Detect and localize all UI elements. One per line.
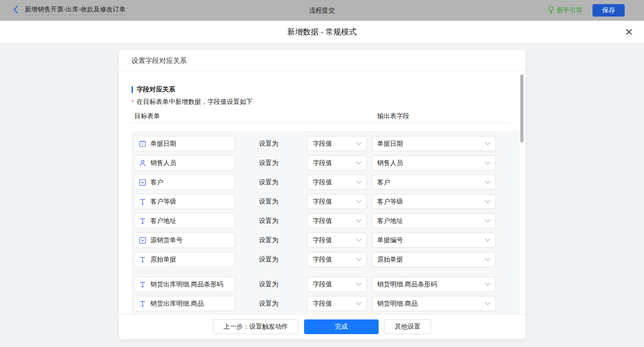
target-field-box[interactable]: 源销货单号: [134, 233, 235, 248]
method-dropdown[interactable]: 字段值: [307, 233, 367, 248]
output-field-value: 客户: [377, 178, 390, 187]
method-dropdown[interactable]: 字段值: [307, 277, 367, 292]
output-field-dropdown[interactable]: 销货明细.商品条形码: [372, 277, 496, 292]
chevron-left-icon: [13, 6, 18, 15]
target-field-label: 原始单据: [150, 256, 176, 264]
prev-step-button[interactable]: 上一步：设置触发动作: [213, 319, 299, 334]
chevron-down-icon: [356, 161, 362, 165]
output-field-value: 客户等级: [377, 198, 403, 206]
field-mapping-row: 销货出库明细.商品条形码 设置为 字段值 销货明细.商品条形码: [131, 277, 520, 292]
user-icon: [139, 159, 146, 167]
chevron-down-icon: [356, 239, 362, 242]
target-field-box[interactable]: 销售人员: [134, 155, 235, 171]
output-field-value: 销售人员: [377, 159, 403, 167]
target-field-label: 源销货单号: [150, 236, 183, 245]
required-note: *在目标表单中新增数据，字段值设置如下: [132, 98, 253, 106]
output-field-value: 客户地址: [377, 217, 403, 225]
method-dropdown[interactable]: 字段值: [307, 213, 367, 228]
chevron-down-icon: [485, 283, 490, 286]
required-asterisk: *: [132, 98, 134, 105]
flow-title[interactable]: 新增销售开票-出库-收款及修改订单: [25, 6, 126, 15]
output-field-dropdown[interactable]: 客户地址: [372, 213, 496, 228]
method-value: 字段值: [313, 140, 332, 148]
method-value: 字段值: [313, 178, 332, 187]
chevron-down-icon: [485, 181, 490, 184]
chevron-down-icon: [356, 181, 362, 184]
output-field-dropdown[interactable]: 单据日期: [372, 136, 496, 151]
field-mapping-row: 客户 设置为 字段值 客户: [131, 175, 520, 190]
text-icon: [139, 198, 146, 205]
save-button[interactable]: 保存: [592, 4, 625, 17]
scrollbar-thumb[interactable]: [520, 74, 523, 142]
app-root: 新增销售开票-出库-收款及修改订单 流程提交 新手引导 保存 新增数据 - 常规…: [0, 0, 644, 347]
chevron-down-icon: [356, 283, 362, 286]
output-field-value: 销货明细.商品条形码: [377, 280, 437, 289]
back-button[interactable]: [13, 6, 18, 15]
method-value: 字段值: [313, 256, 332, 264]
text-icon: [139, 300, 146, 307]
target-field-box[interactable]: 客户地址: [134, 213, 235, 228]
done-button[interactable]: 完成: [304, 319, 379, 334]
set-as-label: 设置为: [259, 194, 278, 209]
target-field-box[interactable]: 销货出库明细.商品: [134, 296, 235, 311]
chevron-down-icon: [356, 219, 362, 222]
method-value: 字段值: [313, 280, 332, 289]
target-field-label: 客户: [150, 178, 163, 187]
calendar-icon: 7: [139, 140, 146, 148]
output-field-dropdown[interactable]: 单据编号: [372, 233, 496, 248]
lightbulb-icon: [548, 6, 554, 15]
set-as-label: 设置为: [259, 277, 278, 292]
field-mapping-row: 销货出库明细.商品 设置为 字段值 销货明细.商品: [131, 296, 520, 311]
panel-body: 字段对应关系 *在目标表单中新增数据，字段值设置如下 目标表单 输出表字段 7 …: [119, 71, 525, 339]
method-dropdown[interactable]: 字段值: [307, 175, 367, 190]
chevron-down-icon: [356, 302, 362, 305]
chevron-down-icon: [485, 161, 490, 165]
output-field-value: 单据编号: [377, 236, 403, 245]
target-field-box[interactable]: 销货出库明细.商品条形码: [134, 277, 235, 292]
close-icon[interactable]: ✕: [625, 27, 633, 37]
modal-title: 新增数据 - 常规模式: [287, 27, 356, 37]
set-as-label: 设置为: [259, 175, 278, 190]
output-field-dropdown[interactable]: 客户等级: [372, 194, 496, 209]
method-dropdown[interactable]: 字段值: [307, 252, 367, 267]
method-value: 字段值: [313, 198, 332, 206]
field-mapping-row: 源销货单号 设置为 字段值 单据编号: [131, 233, 520, 248]
modal-header: 新增数据 - 常规模式 ✕: [0, 21, 644, 43]
chevron-down-icon: [485, 239, 490, 242]
panel-footer: 上一步：设置触发动作 完成 其他设置: [119, 314, 525, 339]
method-dropdown[interactable]: 字段值: [307, 194, 367, 209]
target-field-label: 销售人员: [150, 159, 176, 167]
beginner-guide-label: 新手引导: [557, 6, 582, 15]
select-icon: [139, 237, 146, 244]
output-field-dropdown[interactable]: 销售人员: [372, 155, 496, 171]
output-field-dropdown[interactable]: 原始单据: [372, 252, 496, 267]
set-as-label: 设置为: [259, 155, 278, 171]
output-field-dropdown[interactable]: 销货明细.商品: [372, 296, 496, 311]
chevron-down-icon: [485, 142, 490, 145]
other-settings-button[interactable]: 其他设置: [384, 319, 431, 334]
target-field-box[interactable]: 原始单据: [134, 252, 235, 267]
target-field-box[interactable]: 客户: [134, 175, 235, 190]
output-field-value: 销货明细.商品: [377, 300, 418, 308]
flow-submit-label: 流程提交: [309, 6, 335, 15]
chevron-down-icon: [485, 302, 490, 305]
top-bar: 新增销售开票-出库-收款及修改订单 流程提交 新手引导 保存: [0, 0, 644, 21]
method-dropdown[interactable]: 字段值: [307, 155, 367, 171]
beginner-guide-link[interactable]: 新手引导: [548, 6, 582, 15]
target-field-label: 销货出库明细.商品: [150, 300, 204, 308]
method-value: 字段值: [313, 217, 332, 225]
select-icon: [139, 179, 146, 186]
method-dropdown[interactable]: 字段值: [307, 296, 367, 311]
method-dropdown[interactable]: 字段值: [307, 136, 367, 151]
field-mapping-row: 客户地址 设置为 字段值 客户地址: [131, 213, 520, 228]
target-field-box[interactable]: 客户等级: [134, 194, 235, 209]
chevron-down-icon: [485, 258, 490, 261]
set-as-label: 设置为: [259, 213, 278, 228]
target-field-box[interactable]: 7 单据日期: [134, 136, 235, 151]
target-field-label: 客户地址: [150, 217, 176, 225]
modal-body: 设置字段对应关系 字段对应关系 *在目标表单中新增数据，字段值设置如下 目标表单…: [0, 43, 644, 347]
set-as-label: 设置为: [259, 136, 278, 151]
field-mapping-row: 原始单据 设置为 字段值 原始单据: [131, 252, 520, 267]
output-field-dropdown[interactable]: 客户: [372, 175, 496, 190]
column-header-output-field: 输出表字段: [377, 112, 409, 120]
